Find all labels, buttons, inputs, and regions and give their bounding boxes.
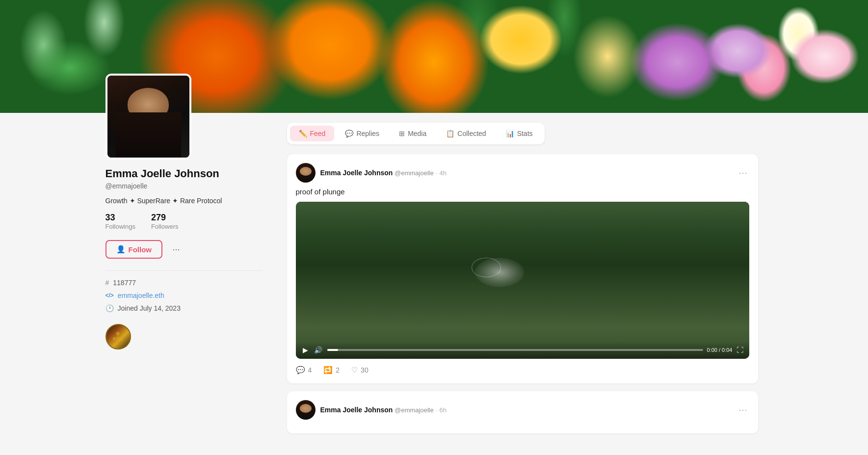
badge-text: ⚙KCU <box>113 332 123 342</box>
post-text-1: proof of plunge <box>296 187 749 196</box>
tab-collected[interactable]: 📋 Collected <box>437 126 495 141</box>
meta-list: # 118777 </> emmajoelle.eth 🕐 Joined Jul… <box>105 279 263 312</box>
collected-label: Collected <box>457 130 486 137</box>
eth-address-link[interactable]: emmajoelle.eth <box>118 292 164 299</box>
bio-text: Growth ✦ SuperRare ✦ Rare Protocol <box>105 197 222 205</box>
replies-label: Replies <box>356 130 379 137</box>
post-card-2: Emma Joelle Johnson @emmajoelle · 6h ⋯ <box>287 391 758 433</box>
post-card-1: Emma Joelle Johnson @emmajoelle · 4h ⋯ p… <box>287 154 758 383</box>
profile-info: Emma Joelle Johnson @emmajoelle Growth ✦… <box>101 167 267 349</box>
joined-date: Joined July 14, 2023 <box>118 304 181 312</box>
avatar-wrapper <box>105 74 267 160</box>
kcu-badge[interactable]: ⚙KCU <box>105 324 131 349</box>
followers-count: 279 <box>151 213 179 223</box>
post-menu-icon-2: ⋯ <box>738 405 747 415</box>
main-feed: ✏️ Feed 💬 Replies ⊞ Media 📋 Collected 📊 <box>267 113 768 443</box>
reply-button-1[interactable]: 💬 4 <box>296 366 312 375</box>
play-button[interactable]: ▶ <box>302 345 309 355</box>
collected-icon: 📋 <box>446 130 454 137</box>
divider <box>105 270 263 271</box>
post-actions-1: 💬 4 🔁 2 ♡ 30 <box>296 366 749 375</box>
feed-icon: ✏️ <box>299 130 307 137</box>
tab-feed[interactable]: ✏️ Feed <box>290 126 335 141</box>
fullscreen-icon: ⛶ <box>736 346 743 354</box>
post-author-handle-1: @emmajoelle <box>395 169 434 177</box>
video-background <box>296 202 749 359</box>
post-menu-icon-1: ⋯ <box>738 168 747 178</box>
progress-bar[interactable] <box>327 349 703 351</box>
post-author-1: Emma Joelle Johnson @emmajoelle · 4h <box>296 163 447 183</box>
sidebar: Emma Joelle Johnson @emmajoelle Growth ✦… <box>101 113 267 443</box>
post-header-1: Emma Joelle Johnson @emmajoelle · 4h ⋯ <box>296 163 749 183</box>
reply-count-1: 4 <box>308 366 312 374</box>
post-author-name-2: Emma Joelle Johnson <box>320 406 395 414</box>
stats-label: Stats <box>517 130 533 137</box>
meta-joined: 🕐 Joined July 14, 2023 <box>105 304 263 312</box>
stats-icon: 📊 <box>506 130 514 137</box>
ripple-ring-1 <box>472 258 501 277</box>
followers-label: Followers <box>151 223 179 230</box>
code-icon: </> <box>105 292 114 299</box>
post-author-info-2: Emma Joelle Johnson @emmajoelle · 6h <box>320 405 447 414</box>
post-time-2: · 6h <box>436 406 447 414</box>
progress-fill <box>327 349 339 351</box>
content-area: Emma Joelle Johnson @emmajoelle Growth ✦… <box>91 113 778 443</box>
action-row: 👤 Follow ··· <box>105 240 263 259</box>
more-options-button[interactable]: ··· <box>168 241 184 257</box>
post-author-name-1: Emma Joelle Johnson <box>320 169 395 177</box>
avatar-image <box>107 76 189 158</box>
like-button-1[interactable]: ♡ 30 <box>351 366 368 375</box>
post-media-1: ▶ 🔊 0:00 / 0:04 ⛶ <box>296 202 749 359</box>
profile-handle: @emmajoelle <box>105 182 263 190</box>
meta-id: # 118777 <box>105 279 263 287</box>
post-menu-button-1[interactable]: ⋯ <box>736 165 749 180</box>
clock-icon: 🕐 <box>105 304 114 312</box>
volume-icon: 🔊 <box>314 346 322 354</box>
media-label: Media <box>408 130 426 137</box>
followings-label: Followings <box>105 223 135 230</box>
follow-person-icon: 👤 <box>116 245 126 254</box>
badge-area: ⚙KCU <box>105 324 263 349</box>
reply-icon: 💬 <box>296 366 305 375</box>
post-author-info-1: Emma Joelle Johnson @emmajoelle · 4h <box>320 168 447 177</box>
tabs-bar: ✏️ Feed 💬 Replies ⊞ Media 📋 Collected 📊 <box>287 123 545 144</box>
post-avatar-1 <box>296 163 316 183</box>
post-avatar-2 <box>296 400 316 420</box>
id-number: 118777 <box>113 279 136 287</box>
repost-icon: 🔁 <box>323 366 333 375</box>
fullscreen-button[interactable]: ⛶ <box>736 346 743 354</box>
like-count-1: 30 <box>361 366 368 374</box>
post-header-2: Emma Joelle Johnson @emmajoelle · 6h ⋯ <box>296 400 749 420</box>
post-menu-button-2[interactable]: ⋯ <box>736 402 749 417</box>
replies-icon: 💬 <box>345 130 353 137</box>
water-overlay <box>296 202 749 359</box>
stats-row: 33 Followings 279 Followers <box>105 213 263 230</box>
post-author-handle-2: @emmajoelle <box>395 406 434 414</box>
hash-icon: # <box>105 279 109 287</box>
post-author-2: Emma Joelle Johnson @emmajoelle · 6h <box>296 400 447 420</box>
post-time-1: · 4h <box>436 169 447 177</box>
profile-name: Emma Joelle Johnson <box>105 167 263 180</box>
volume-button[interactable]: 🔊 <box>313 345 323 355</box>
followings-stat[interactable]: 33 Followings <box>105 213 135 230</box>
like-icon: ♡ <box>351 366 358 375</box>
repost-count-1: 2 <box>336 366 340 374</box>
avatar <box>105 74 191 160</box>
repost-button-1[interactable]: 🔁 2 <box>323 366 340 375</box>
play-icon: ▶ <box>303 346 308 354</box>
follow-button[interactable]: 👤 Follow <box>105 240 163 259</box>
follow-label: Follow <box>129 245 152 254</box>
followers-stat[interactable]: 279 Followers <box>151 213 179 230</box>
more-dots-icon: ··· <box>172 244 180 255</box>
feed-label: Feed <box>310 130 326 137</box>
meta-eth: </> emmajoelle.eth <box>105 292 263 299</box>
tab-stats[interactable]: 📊 Stats <box>497 126 542 141</box>
video-controls: ▶ 🔊 0:00 / 0:04 ⛶ <box>296 341 749 359</box>
tab-replies[interactable]: 💬 Replies <box>336 126 388 141</box>
profile-bio: Growth ✦ SuperRare ✦ Rare Protocol <box>105 197 263 205</box>
followings-count: 33 <box>105 213 135 223</box>
time-display: 0:00 / 0:04 <box>707 347 733 353</box>
tab-media[interactable]: ⊞ Media <box>390 126 435 141</box>
page-wrapper: Emma Joelle Johnson @emmajoelle Growth ✦… <box>0 0 868 455</box>
media-icon: ⊞ <box>399 130 405 137</box>
